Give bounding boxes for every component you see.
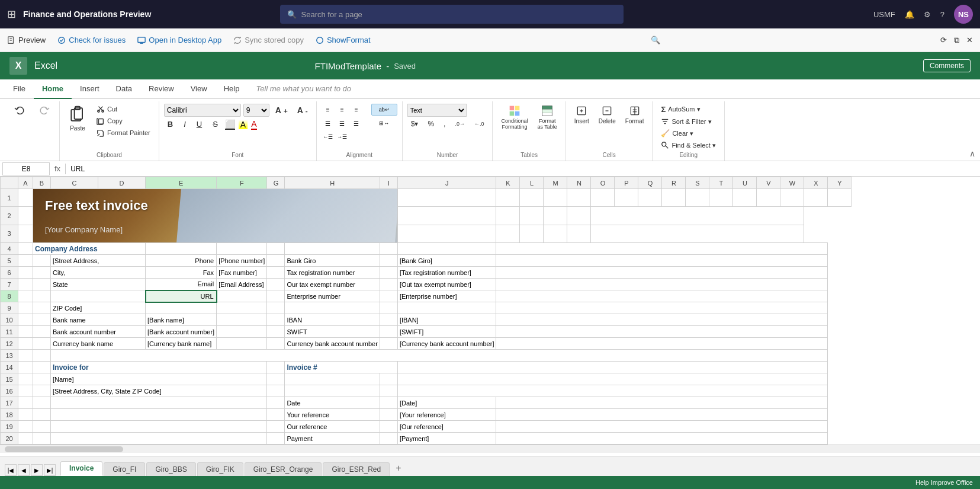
strikethrough-button[interactable]: S: [209, 119, 221, 130]
cell-g15[interactable]: [267, 373, 285, 385]
cell-c13[interactable]: [51, 350, 828, 362]
cell-s1[interactable]: [686, 189, 709, 207]
cell-c17[interactable]: [51, 397, 267, 409]
cell-a16[interactable]: [18, 385, 33, 397]
cell-c11[interactable]: Bank account number: [51, 326, 146, 338]
percent-button[interactable]: %: [424, 119, 438, 129]
cell-q1[interactable]: [638, 189, 662, 207]
copy-button[interactable]: Copy: [93, 116, 154, 126]
cell-c16[interactable]: [Street Address, City, State ZIP Code]: [51, 385, 267, 397]
cell-j12[interactable]: [Currency bank account number]: [397, 338, 496, 350]
cell-j6[interactable]: [Tax registration number]: [397, 267, 496, 279]
cell-x1[interactable]: [804, 189, 828, 207]
cell-g14[interactable]: [267, 362, 285, 373]
cell-a9[interactable]: [18, 302, 33, 314]
cell-a4[interactable]: [18, 243, 33, 255]
cell-i5[interactable]: [380, 255, 397, 267]
tab-view[interactable]: View: [182, 79, 216, 99]
redo-button[interactable]: [33, 104, 54, 118]
col-header-f[interactable]: F: [217, 177, 267, 189]
cell-j19[interactable]: [Our reference]: [397, 421, 496, 433]
number-format-select[interactable]: Text General Number Currency Accounting …: [407, 104, 467, 117]
cell-g11[interactable]: [267, 326, 285, 338]
cell-e5[interactable]: Phone: [146, 255, 217, 267]
col-header-q[interactable]: Q: [638, 177, 662, 189]
cell-h11[interactable]: SWIFT: [285, 326, 380, 338]
row-header-20[interactable]: 20: [1, 433, 18, 445]
cell-k4[interactable]: [496, 243, 828, 255]
cell-b13[interactable]: [33, 350, 51, 362]
cell-i7[interactable]: [380, 279, 397, 290]
cell-k7[interactable]: [496, 279, 828, 290]
help-icon[interactable]: ?: [940, 10, 944, 19]
indent-decrease-button[interactable]: ←☰: [322, 131, 335, 143]
align-top-left-button[interactable]: ≡: [322, 104, 335, 116]
row-header-9[interactable]: 9: [1, 302, 18, 314]
cell-p1[interactable]: [615, 189, 638, 207]
cell-c14[interactable]: Invoice for: [51, 362, 267, 373]
bold-button[interactable]: B: [164, 119, 176, 130]
cell-h8[interactable]: Enterprise number: [285, 290, 380, 302]
check-issues-item[interactable]: Check for issues: [57, 36, 126, 44]
cell-b12[interactable]: [33, 338, 51, 350]
tab-data[interactable]: Data: [108, 79, 140, 99]
tab-home[interactable]: Home: [34, 79, 72, 99]
cell-o2[interactable]: [591, 207, 804, 225]
sheet-tab-giro-bbs[interactable]: Giro_BBS: [146, 462, 195, 476]
cell-b20[interactable]: [33, 433, 51, 445]
cell-i16[interactable]: [380, 385, 397, 397]
format-painter-button[interactable]: Format Painter: [93, 127, 154, 138]
settings-icon[interactable]: ⚙: [924, 10, 931, 19]
cell-j10[interactable]: [IBAN]: [397, 314, 496, 326]
format-cells-button[interactable]: Format: [622, 104, 648, 126]
col-header-k[interactable]: K: [496, 177, 520, 189]
tab-help[interactable]: Help: [216, 79, 248, 99]
cell-reference-input[interactable]: E8: [2, 162, 50, 175]
cell-e12[interactable]: [Currency bank name]: [146, 338, 217, 350]
cell-a12[interactable]: [18, 338, 33, 350]
cell-b5[interactable]: [33, 255, 51, 267]
cell-e10[interactable]: [Bank name]: [146, 314, 217, 326]
cell-a1[interactable]: [18, 189, 33, 207]
cell-i4[interactable]: [380, 243, 397, 255]
conditional-formatting-button[interactable]: ConditionalFormatting: [497, 104, 531, 131]
cell-v1[interactable]: [757, 189, 780, 207]
font-color-icon[interactable]: A: [251, 119, 256, 130]
cell-a17[interactable]: [18, 397, 33, 409]
col-header-a[interactable]: A: [18, 177, 33, 189]
col-header-p[interactable]: P: [615, 177, 638, 189]
cell-g20[interactable]: [267, 433, 285, 445]
cell-a13[interactable]: [18, 350, 33, 362]
cell-i17[interactable]: [380, 397, 397, 409]
italic-button[interactable]: I: [180, 119, 189, 130]
cell-y1[interactable]: [828, 189, 852, 207]
search-bar[interactable]: 🔍 Search for a page: [280, 5, 624, 24]
border-icon[interactable]: ⬜: [225, 119, 235, 130]
cell-c7[interactable]: State: [51, 279, 146, 290]
font-size-select[interactable]: 9: [243, 104, 269, 117]
cell-k18[interactable]: [496, 409, 828, 421]
col-header-j[interactable]: J: [397, 177, 496, 189]
cell-n3[interactable]: [567, 225, 591, 242]
col-header-v[interactable]: V: [757, 177, 780, 189]
cell-k6[interactable]: [496, 267, 828, 279]
cell-i12[interactable]: [380, 338, 397, 350]
cell-h20[interactable]: Payment: [285, 433, 380, 445]
cell-j14[interactable]: [397, 362, 828, 373]
cell-h9[interactable]: [285, 302, 380, 314]
cell-c20[interactable]: [51, 433, 267, 445]
find-select-button[interactable]: Find & Select ▾: [657, 140, 719, 151]
search-btn[interactable]: 🔍: [651, 36, 660, 44]
sync-item[interactable]: Sync stored copy: [233, 36, 304, 44]
cell-a10[interactable]: [18, 314, 33, 326]
cell-f5[interactable]: [Phone number]: [217, 255, 267, 267]
cell-b4[interactable]: Company Address: [33, 243, 146, 255]
col-header-s[interactable]: S: [686, 177, 709, 189]
cell-k1[interactable]: [496, 189, 520, 207]
cell-l1[interactable]: [520, 189, 544, 207]
cell-j11[interactable]: [SWIFT]: [397, 326, 496, 338]
sheet-tab-giro-fi[interactable]: Giro_FI: [104, 462, 145, 476]
cell-g4[interactable]: [267, 243, 285, 255]
cell-b17[interactable]: [33, 397, 51, 409]
cell-j8[interactable]: [Enterprise number]: [397, 290, 496, 302]
